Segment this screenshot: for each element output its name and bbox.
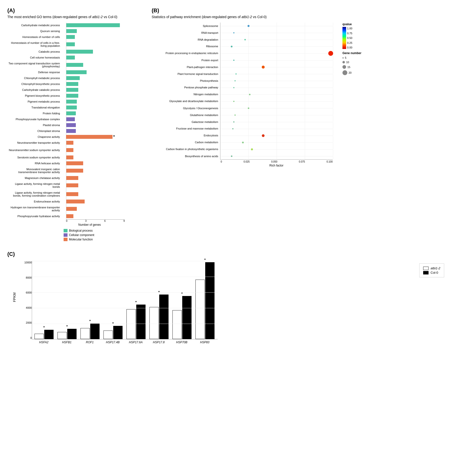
x-axis-label-a: Number of genes <box>78 223 130 226</box>
dot-fructose <box>232 128 234 130</box>
bar-atbi-hsp70b <box>172 310 182 339</box>
y-label: RNA degradation <box>152 38 218 41</box>
bar-row <box>61 23 130 28</box>
qvalue-tick: 0.00 <box>347 46 352 49</box>
bar-row <box>61 181 130 189</box>
dot-chart-grid <box>220 23 333 160</box>
gene-label-hsfa2: HSFA2 <box>34 341 53 344</box>
bar <box>66 35 75 39</box>
bar-col0-hsp176a <box>136 305 146 339</box>
x-axis-label-b: Rich factor <box>220 164 333 167</box>
gene-number-legend: 5 10 15 20 <box>342 56 361 75</box>
bar-row <box>61 87 130 93</box>
bar-label: Plastid stroma <box>7 122 61 128</box>
legend-item-biological: Biological process <box>64 229 144 232</box>
bar-label: Defense response <box>7 70 61 75</box>
bar-row <box>61 28 130 34</box>
y-ticks-c: 10000 8000 6000 4000 2000 0 <box>20 261 32 339</box>
size-legend-item-10: 10 <box>342 61 361 64</box>
x-tick-b: 0.025 <box>244 160 250 163</box>
legend-c-label-col0: Col-0 <box>431 271 438 274</box>
bar <box>66 106 77 109</box>
bar-label: Phosphopyruvate hydratase complex <box>7 117 61 122</box>
bar-row <box>61 93 130 98</box>
legend-item-molecular: Molecular function <box>64 238 144 241</box>
legend-c-item-col0: Col-0 <box>423 271 440 274</box>
x-tick-b: 0.100 <box>327 160 333 163</box>
gene-label-hsp176a: HSP17.6A <box>126 341 145 344</box>
size-dot-10 <box>342 61 345 63</box>
legend-swatch-biological <box>64 229 68 232</box>
bar <box>66 176 78 180</box>
panel-a: (A) The most enriched GO terms (down-reg… <box>5 5 147 244</box>
bar-row <box>61 166 130 175</box>
legend-label-biological: Biological process <box>69 229 93 232</box>
bar-row <box>61 61 130 69</box>
legend-b-qvalue-title: qvalue <box>342 23 361 26</box>
bar-label: Chlorophyll biosynthetic process <box>7 81 61 87</box>
bar-label: Cell volume homeostasis <box>7 55 61 60</box>
bar-atbi-hsp174b <box>103 331 113 339</box>
size-dot-20 <box>342 70 347 75</box>
bar-row <box>61 140 130 145</box>
size-label-10: 10 <box>346 61 349 64</box>
bar-label: Quorum sensing <box>7 28 61 34</box>
y-label: Endocytosis <box>152 134 218 137</box>
y-label: Fructose and mannose metabolism <box>152 127 218 130</box>
bar-pair-hsp178 <box>149 295 169 339</box>
bar-label: Monovalent inorganic cation transmembran… <box>7 166 61 175</box>
bar-pair-rof1 <box>80 323 100 339</box>
bar <box>66 70 87 74</box>
bar-atbi-hsp83 <box>195 280 205 339</box>
bar <box>66 214 73 218</box>
bar-row <box>61 146 130 154</box>
bar <box>66 76 80 80</box>
qvalue-tick: 0.25 <box>347 41 352 44</box>
dot-protein-processing <box>328 51 333 56</box>
y-label: Glycolysis / Gluconeogenesis <box>152 107 218 110</box>
panel-b: (B) Statistics of pathway enrichment (do… <box>147 5 471 244</box>
legend-label-cellular: Cellular component <box>69 233 94 237</box>
y-label: Protein export <box>152 59 218 62</box>
x-axis-b: 0 0.025 0.050 0.075 0.100 <box>220 160 333 163</box>
bar <box>66 94 78 98</box>
x-tick: 9 <box>123 220 125 222</box>
bar-row <box>61 117 130 122</box>
bar-row <box>61 70 130 75</box>
qvalue-tick: 1.00 <box>347 27 352 30</box>
bar-row <box>61 40 130 48</box>
bar <box>66 23 120 27</box>
bar-row-chaperone: * <box>61 134 130 140</box>
legend-c: atbi1-2 Col-0 <box>419 263 444 277</box>
bar-pair-hsfb1 <box>57 329 77 339</box>
bar-pair-hsp83 <box>195 262 215 339</box>
bar <box>66 183 78 187</box>
bar-row <box>61 105 130 110</box>
bar-row <box>61 34 130 40</box>
panel-a-bars: * <box>61 23 130 226</box>
panel-c-bars-area: * * * <box>32 261 218 339</box>
bar-label: Translational elongation <box>7 105 61 110</box>
color-gradient <box>342 27 346 49</box>
bar <box>66 135 113 139</box>
bar-label: Pigment metabolic process <box>7 99 61 104</box>
bar-row <box>61 161 130 166</box>
legend-c-swatch-col0 <box>423 271 429 274</box>
y-label: Glutathione metabolism <box>152 114 218 117</box>
fpkm-label: FPKM <box>12 293 16 302</box>
legend-a: Biological process Cellular component Mo… <box>64 229 144 241</box>
dot-endocytosis <box>262 134 265 137</box>
size-label-15: 15 <box>347 66 350 69</box>
bar-row <box>61 55 130 60</box>
bar-label: Endonuclease activity <box>7 199 61 204</box>
bar <box>66 100 77 104</box>
bar-row <box>61 199 130 204</box>
qvalue-tick: 0.75 <box>347 32 352 35</box>
gene-label-hsp174b: HSP17.4B <box>103 341 122 344</box>
bar-row <box>61 175 130 181</box>
bar <box>66 200 85 203</box>
gene-label-hsp70b: HSP70B <box>172 341 191 344</box>
bar-pair-hsp70b <box>172 296 192 339</box>
top-row: (A) The most enriched GO terms (down-reg… <box>5 5 471 244</box>
asterisk-hsp178: * <box>158 290 159 294</box>
